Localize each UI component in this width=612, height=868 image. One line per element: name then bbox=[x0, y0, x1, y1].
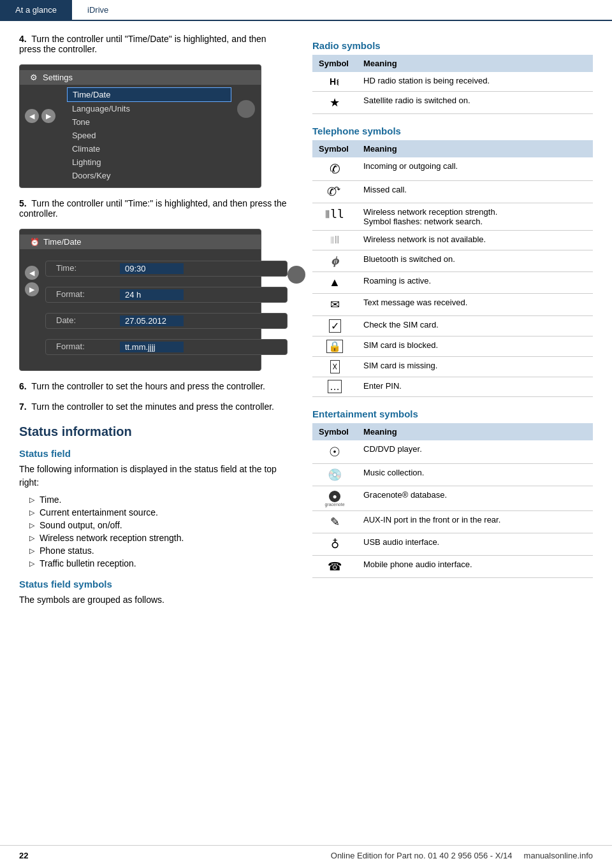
ent-col-meaning: Meaning bbox=[357, 423, 593, 440]
table-row: H⧙ HD radio station is being received. bbox=[312, 72, 593, 92]
ent-sym-cd: ☉ bbox=[312, 440, 357, 464]
tel-sym-bluetooth: 𝛟 bbox=[312, 250, 357, 272]
nav-left[interactable]: ◀ bbox=[25, 109, 39, 123]
menu-item-time-date[interactable]: Time/Date bbox=[67, 87, 231, 102]
tel-sym-signal: ⦀ll bbox=[312, 203, 357, 231]
tel-sym-sim-missing: ☓ bbox=[312, 357, 357, 377]
radio-meaning-hd: HD radio station is being received. bbox=[357, 72, 593, 92]
radio-symbols-table: Symbol Meaning H⧙ HD radio station is be… bbox=[312, 55, 593, 114]
ent-sym-usb: ♁ bbox=[312, 533, 357, 556]
step-number-7: 7. bbox=[19, 401, 27, 412]
table-row: 🔒 SIM card is blocked. bbox=[312, 336, 593, 357]
table-row: ✆↷ Missed call. bbox=[312, 181, 593, 203]
tel-sym-call: ✆ bbox=[312, 157, 357, 181]
step-number-5: 5. bbox=[19, 198, 27, 208]
status-field-symbols-subheading: Status field symbols bbox=[19, 579, 287, 590]
tel-meaning-pin: Enter PIN. bbox=[357, 377, 593, 397]
telephone-symbols-heading: Telephone symbols bbox=[312, 126, 593, 136]
step-5: 5. Turn the controller until "Time:" is … bbox=[19, 198, 287, 219]
menu-item-speed[interactable]: Speed bbox=[62, 129, 237, 142]
right-column: Radio symbols Symbol Meaning H⧙ HD radio… bbox=[312, 34, 593, 611]
table-row: ⦀ll Wireless network is not available. bbox=[312, 231, 593, 250]
table-row: ✎ AUX-IN port in the front or in the rea… bbox=[312, 511, 593, 533]
entertainment-symbols-table: Symbol Meaning ☉ CD/DVD player. 💿 Music … bbox=[312, 423, 593, 578]
tab-at-a-glance[interactable]: At a glance bbox=[0, 0, 72, 20]
timedate-nav-right[interactable]: ▶ bbox=[25, 282, 39, 296]
status-field-body: The following information is displayed i… bbox=[19, 463, 287, 489]
step-text-4: Turn the controller until "Time/Date" is… bbox=[19, 34, 266, 54]
table-row: 𝛟 Bluetooth is switched on. bbox=[312, 250, 593, 272]
tel-meaning-sim-missing: SIM card is missing. bbox=[357, 357, 593, 377]
menu-item-tone[interactable]: Tone bbox=[62, 115, 237, 129]
tel-col-symbol: Symbol bbox=[312, 140, 357, 157]
ent-meaning-music: Music collection. bbox=[357, 464, 593, 486]
header-tabs: At a glance iDrive bbox=[0, 0, 612, 21]
radio-meaning-satellite: Satellite radio is switched on. bbox=[357, 92, 593, 114]
tel-sym-no-signal: ⦀ll bbox=[312, 231, 357, 250]
ent-meaning-aux: AUX-IN port in the front or in the rear. bbox=[357, 511, 593, 533]
bullet-time: Time. bbox=[29, 493, 287, 506]
ent-sym-gracenote: ● gracenote bbox=[312, 486, 357, 511]
table-row: ▲ Roaming is active. bbox=[312, 272, 593, 294]
table-row: ⦀ll Wireless network reception strength.… bbox=[312, 203, 593, 231]
tel-meaning-sms: Text message was received. bbox=[357, 294, 593, 316]
table-row: ✉ Text message was received. bbox=[312, 294, 593, 316]
table-row: ☓ SIM card is missing. bbox=[312, 357, 593, 377]
step-number-6: 6. bbox=[19, 381, 27, 391]
menu-item-lighting[interactable]: Lighting bbox=[62, 156, 237, 169]
tel-meaning-sim-blocked: SIM card is blocked. bbox=[357, 336, 593, 357]
table-row: 💿 Music collection. bbox=[312, 464, 593, 486]
tel-meaning-roaming: Roaming is active. bbox=[357, 272, 593, 294]
table-row: ✓ Check the SIM card. bbox=[312, 316, 593, 336]
step-text-7: Turn the controller to set the minutes a… bbox=[31, 401, 274, 412]
left-column: 4. Turn the controller until "Time/Date"… bbox=[19, 34, 287, 611]
menu-item-doors[interactable]: Doors/Key bbox=[62, 169, 237, 182]
ent-sym-music: 💿 bbox=[312, 464, 357, 486]
menu-item-climate[interactable]: Climate bbox=[62, 142, 237, 156]
table-row: ✆ Incoming or outgoing call. bbox=[312, 157, 593, 181]
timedate-screen-mockup: Time/Date ◀ ▶ Time: 09:30 Format: 24 h bbox=[19, 229, 261, 371]
radio-col-symbol: Symbol bbox=[312, 55, 357, 72]
tel-sym-sms: ✉ bbox=[312, 294, 357, 316]
format-row-2: Format: tt.mm.jjjj bbox=[45, 339, 288, 355]
ent-sym-aux: ✎ bbox=[312, 511, 357, 533]
ent-col-symbol: Symbol bbox=[312, 423, 357, 440]
ent-meaning-mobile-audio: Mobile phone audio interface. bbox=[357, 556, 593, 578]
settings-header: Settings bbox=[20, 70, 261, 85]
tel-meaning-signal: Wireless network reception strength. Sym… bbox=[357, 203, 593, 231]
ent-meaning-usb: USB audio interface. bbox=[357, 533, 593, 556]
bullet-traffic: Traffic bulletin reception. bbox=[29, 557, 287, 570]
ent-sym-mobile-audio: ☎ bbox=[312, 556, 357, 578]
settings-icon bbox=[30, 73, 38, 82]
table-row: ★ Satellite radio is switched on. bbox=[312, 92, 593, 114]
tel-sym-missed: ✆↷ bbox=[312, 181, 357, 203]
step-4: 4. Turn the controller until "Time/Date"… bbox=[19, 34, 287, 54]
bullet-sound: Sound output, on/off. bbox=[29, 519, 287, 532]
bullet-wireless: Wireless network reception strength. bbox=[29, 532, 287, 544]
page-number: 22 bbox=[19, 851, 28, 860]
ent-meaning-cd: CD/DVD player. bbox=[357, 440, 593, 464]
table-row: ☉ CD/DVD player. bbox=[312, 440, 593, 464]
timedate-nav-left[interactable]: ◀ bbox=[25, 266, 39, 280]
nav-right[interactable]: ▶ bbox=[41, 109, 55, 123]
footer: 22 Online Edition for Part no. 01 40 2 9… bbox=[0, 845, 612, 860]
status-field-subheading: Status field bbox=[19, 448, 287, 459]
table-row: ● gracenote Gracenote® database. bbox=[312, 486, 593, 511]
step-6: 6. Turn the controller to set the hours … bbox=[19, 381, 287, 391]
tel-sym-sim-blocked: 🔒 bbox=[312, 336, 357, 357]
radio-sym-satellite: ★ bbox=[312, 92, 357, 114]
tel-meaning-no-signal: Wireless network is not available. bbox=[357, 231, 593, 250]
step-7: 7. Turn the controller to set the minute… bbox=[19, 401, 287, 412]
status-field-symbols-body: The symbols are grouped as follows. bbox=[19, 593, 287, 607]
footer-copyright: Online Edition for Part no. 01 40 2 956 … bbox=[331, 851, 593, 860]
step-text-5: Turn the controller until "Time:" is hig… bbox=[19, 198, 287, 219]
tel-meaning-missed: Missed call. bbox=[357, 181, 593, 203]
menu-item-language[interactable]: Language/Units bbox=[62, 102, 237, 115]
format-row-1: Format: 24 h bbox=[45, 287, 288, 303]
bullet-phone: Phone status. bbox=[29, 544, 287, 557]
radio-col-meaning: Meaning bbox=[357, 55, 593, 72]
tab-idrive[interactable]: iDrive bbox=[72, 0, 124, 20]
timedate-header: Time/Date bbox=[20, 235, 261, 249]
radio-sym-hd: H⧙ bbox=[312, 72, 357, 92]
time-row: Time: 09:30 bbox=[45, 261, 288, 277]
